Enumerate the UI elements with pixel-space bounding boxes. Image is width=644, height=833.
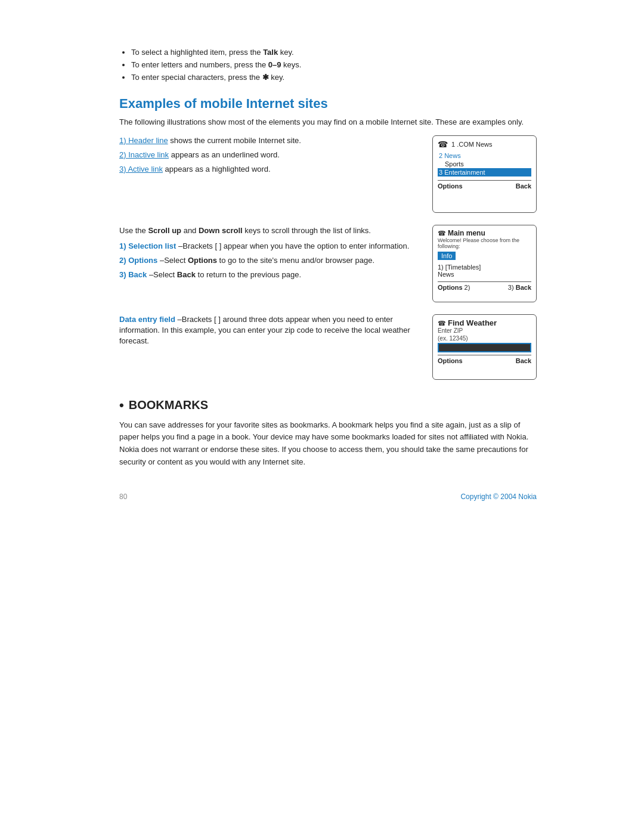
down-scroll-label: Down scroll (199, 226, 243, 235)
phone2-timetables: 1) [Timetables] (438, 264, 531, 271)
section-title: Examples of mobile Internet sites (119, 96, 537, 112)
phone2-back: 3) Back (508, 284, 531, 291)
star-key: ✱ (262, 73, 269, 82)
phone1-options: Options (438, 182, 463, 190)
bookmarks-section: • BOOKMARKS You can save addresses for y… (119, 398, 537, 469)
copyright-text: Copyright © 2004 Nokia (460, 493, 537, 501)
phone3-enter-zip: Enter ZIP (438, 327, 531, 334)
label-data-entry: Data entry field –Brackets [ ] around th… (119, 314, 414, 347)
labels-col-2: Use the Scroll up and Down scroll keys t… (119, 225, 414, 284)
phone2-title: Main menu (448, 229, 485, 237)
examples-section: Examples of mobile Internet sites The fo… (119, 96, 537, 380)
label-header-line: 1) Header line shows the current mobile … (119, 135, 414, 146)
options-label: 2) Options (119, 256, 157, 265)
section-desc: The following illustrations show most of… (119, 116, 537, 128)
selection-list-desc: –Brackets [ ] appear when you have the o… (178, 241, 409, 250)
phone3-input-field (438, 343, 531, 352)
phone-screen-2: ☎ Main menu Welcome! Please choose from … (432, 225, 537, 302)
selection-list-label: 1) Selection list (119, 241, 176, 250)
labels-col-1: 1) Header line shows the current mobile … (119, 135, 414, 179)
label-active-link: 3) Active link appears as a highlighted … (119, 164, 414, 175)
page-footer: 80 Copyright © 2004 Nokia (119, 493, 537, 501)
phone3-title: Find Weather (448, 318, 497, 327)
label-options: 2) Options –Select Options to go to the … (119, 255, 414, 266)
content-row-3: Data entry field –Brackets [ ] around th… (119, 314, 537, 380)
phone2-header: ☎ Main menu (438, 229, 531, 237)
back-label: 3) Back (119, 270, 147, 279)
phone2-footer: Options 2) 3) Back (438, 281, 531, 291)
bookmarks-desc: You can save addresses for your favorite… (119, 419, 537, 469)
content-row-1: 1) Header line shows the current mobile … (119, 135, 537, 213)
phone-screen-3: ☎ Find Weather Enter ZIP (ex. 12345) Opt… (432, 314, 537, 380)
phone3-icon: ☎ (438, 320, 446, 327)
phone1-footer: Options Back (438, 180, 531, 190)
scroll-up-label: Scroll up (148, 226, 181, 235)
phone1-item3: 3 Entertainment (438, 168, 531, 176)
phone2-options: Options 2) (438, 284, 470, 291)
phone2-icon: ☎ (438, 230, 446, 237)
info-label: Info (438, 252, 456, 260)
bookmarks-title: • BOOKMARKS (119, 398, 537, 413)
bullet-item-3: To enter special characters, press the ✱… (131, 73, 537, 82)
label-selection-list: 1) Selection list –Brackets [ ] appear w… (119, 241, 414, 252)
phone1-header-text: 1 .COM News (451, 141, 492, 148)
active-link-desc: appears as a highlighted word. (165, 165, 271, 174)
labels-col-3: Data entry field –Brackets [ ] around th… (119, 314, 414, 351)
talk-key: Talk (263, 48, 278, 57)
label-inactive-link: 2) Inactive link appears as an underline… (119, 150, 414, 160)
data-entry-label: Data entry field (119, 315, 175, 324)
phone1-icon: ☎ (438, 140, 448, 149)
content-row-2: Use the Scroll up and Down scroll keys t… (119, 225, 537, 302)
phone1-header: ☎ 1 .COM News (438, 140, 531, 149)
page-number: 80 (119, 493, 127, 501)
phone3-footer: Options Back (438, 355, 531, 364)
phone2-welcome: Welcome! Please choose from the followin… (438, 237, 531, 249)
phone1-item2: Sports (438, 160, 531, 168)
phone2-info-box: Info (438, 252, 531, 262)
inactive-link-desc: appears as an underlined word. (171, 150, 280, 159)
header-line-desc: shows the current mobile Internet site. (170, 136, 301, 145)
phone3-enter-zip2: (ex. 12345) (438, 335, 531, 342)
09-keys: 0–9 (268, 60, 281, 69)
phone3-options: Options (438, 357, 463, 364)
phone-screen-1: ☎ 1 .COM News 2 News Sports 3 Entertainm… (432, 135, 537, 213)
phone1-item1: 2 News (438, 151, 531, 160)
bullet-item-2: To enter letters and numbers, press the … (131, 60, 537, 69)
scroll-text: Use the Scroll up and Down scroll keys t… (119, 225, 414, 237)
active-link-label: 3) Active link (119, 165, 163, 174)
inactive-link-label: 2) Inactive link (119, 150, 169, 159)
bookmarks-heading: BOOKMARKS (129, 398, 208, 412)
header-line-label: 1) Header line (119, 136, 168, 145)
phone3-back: Back (516, 357, 531, 364)
phone2-news: News (438, 271, 531, 278)
bookmarks-bullet: • (119, 398, 124, 413)
label-back: 3) Back –Select Back to return to the pr… (119, 270, 414, 280)
options-desc: –Select Options to go to the site's menu… (160, 256, 374, 265)
phone1-back: Back (516, 182, 531, 190)
bullet-item-1: To select a highlighted item, press the … (131, 48, 537, 57)
intro-bullet-list: To select a highlighted item, press the … (119, 48, 537, 82)
phone3-header: ☎ Find Weather (438, 318, 531, 327)
back-desc: –Select Back to return to the previous p… (149, 270, 301, 279)
